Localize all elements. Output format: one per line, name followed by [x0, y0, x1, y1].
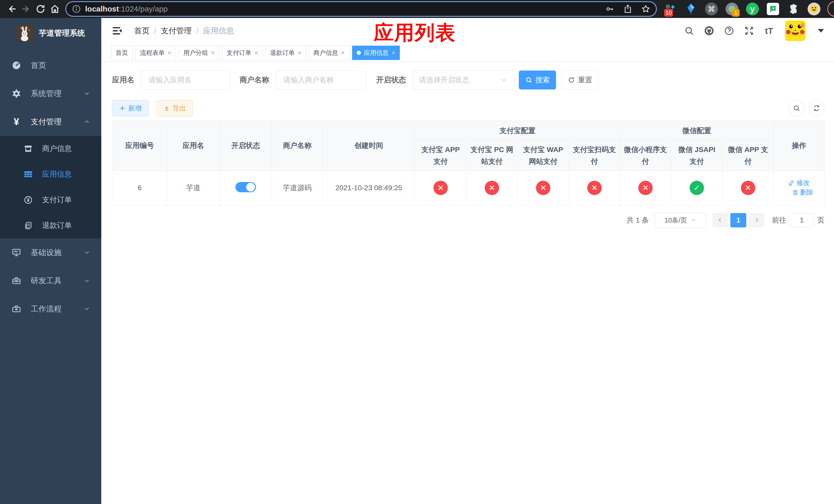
sidebar-item-home[interactable]: 首页 — [0, 51, 101, 79]
header-search-button[interactable] — [683, 25, 695, 37]
sidebar-item-system[interactable]: 系统管理 — [0, 79, 101, 108]
command-glyph-icon: ⌘ — [705, 3, 718, 15]
extensions-puzzle-icon[interactable] — [787, 2, 800, 16]
sidebar-item-payment[interactable]: ¥ 支付管理 — [0, 108, 101, 136]
sidebar-item-app-info[interactable]: 应用信息 — [0, 161, 101, 187]
trash-icon — [792, 189, 798, 196]
goto-page-input[interactable] — [790, 213, 814, 227]
font-size-button[interactable]: tT — [764, 25, 775, 37]
browser-update-button[interactable]: 更新 — [827, 1, 834, 17]
extension-chat-icon[interactable] — [766, 2, 780, 16]
extension-emoji-icon[interactable] — [807, 2, 821, 16]
cell-app-id: 6 — [112, 171, 167, 205]
page-number-1[interactable]: 1 — [730, 213, 746, 227]
close-icon[interactable]: × — [298, 49, 301, 56]
tab-user-group[interactable]: 用户分组× — [179, 46, 219, 60]
page-size-select[interactable]: 10条/页 — [655, 212, 706, 228]
total-count: 共 1 条 — [627, 215, 649, 225]
site-info-icon[interactable] — [72, 4, 81, 14]
close-icon[interactable]: × — [168, 49, 171, 56]
app-title: 芋道管理系统 — [39, 28, 85, 39]
merchant-name-input[interactable] — [276, 70, 367, 90]
help-button[interactable] — [723, 25, 735, 37]
col-header-alipay-qr: 支付宝扫码支付 — [569, 141, 620, 171]
cell-status — [220, 171, 272, 205]
toggle-search-button[interactable] — [789, 100, 805, 116]
breadcrumb-separator: / — [154, 26, 156, 35]
grid-icon — [23, 170, 34, 179]
sidebar-item-refund-orders[interactable]: 退款订单 — [0, 213, 101, 238]
add-button[interactable]: 新增 — [112, 100, 149, 116]
url-bar[interactable]: localhost:1024/pay/app — [66, 2, 656, 16]
password-key-icon[interactable] — [605, 4, 614, 14]
refresh-table-button[interactable] — [809, 100, 825, 116]
avatar-pikachu-image — [785, 21, 806, 41]
export-button[interactable]: 导出 — [156, 100, 193, 116]
chevron-down-icon — [501, 77, 507, 83]
browser-forward-button[interactable] — [19, 2, 33, 16]
sidebar-item-pay-orders[interactable]: 支付订单 — [0, 187, 101, 213]
extension-y-icon[interactable]: y — [746, 2, 759, 16]
app-name-input[interactable] — [141, 70, 230, 90]
apps-table: 应用编号 应用名 开启状态 商户名称 创建时间 支付宝配置 微信配置 操作 支付… — [112, 120, 825, 205]
sidebar-item-merchant-info[interactable]: 商户信息 — [0, 136, 101, 161]
sidebar: 芋道管理系统 首页 系统管理 ¥ 支付管理 — [0, 18, 101, 504]
sidebar-item-dev-tools[interactable]: 研发工具 — [0, 267, 101, 295]
tab-merchant-info[interactable]: 商户信息× — [309, 46, 349, 60]
sidebar-item-infra[interactable]: 基础设施 — [0, 238, 101, 267]
col-header-alipay-wap: 支付宝 WAP 网站支付 — [518, 141, 569, 171]
sidebar-item-workflow[interactable]: 工作流程 — [0, 295, 101, 323]
tab-home[interactable]: 首页 — [111, 46, 133, 60]
browser-back-button[interactable] — [5, 2, 19, 16]
refresh-icon — [568, 76, 575, 84]
bookmark-star-icon[interactable] — [641, 4, 650, 14]
breadcrumb-payment[interactable]: 支付管理 — [161, 26, 192, 36]
close-icon[interactable]: × — [392, 49, 395, 56]
close-icon[interactable]: × — [255, 49, 258, 56]
sidebar-item-label: 研发工具 — [31, 276, 62, 286]
extension-kite-icon[interactable] — [684, 2, 698, 16]
merchant-name-label: 商户名称 — [240, 75, 269, 85]
enabled-toggle[interactable] — [236, 182, 256, 192]
tab-refund-orders[interactable]: 退款订单× — [265, 46, 306, 60]
status-select[interactable]: 请选择开启状态 — [413, 70, 514, 90]
user-avatar[interactable] — [785, 21, 806, 41]
col-header-actions: 操作 — [774, 121, 825, 171]
search-button[interactable]: 搜索 — [519, 70, 556, 90]
goto-page: 前往 页 — [772, 213, 825, 227]
prev-page-button[interactable] — [712, 213, 728, 227]
col-header-app-id: 应用编号 — [112, 121, 167, 171]
top-navbar: 首页 / 支付管理 / 应用信息 应用列表 — [101, 18, 834, 44]
table-row: 6 芋道 芋道源码 2021-10-23 08:49:25 ✕ ✕ ✕ ✕ ✕ … — [112, 171, 825, 205]
extension-status-dot-icon[interactable]: 1 — [725, 2, 739, 16]
delete-link[interactable]: 删除 — [792, 188, 813, 197]
browser-home-button[interactable] — [48, 2, 62, 16]
yen-circle-icon — [23, 196, 34, 205]
next-page-button[interactable] — [749, 213, 764, 227]
breadcrumb-home[interactable]: 首页 — [134, 26, 150, 36]
status-icon: ✕ — [536, 181, 550, 195]
tab-process-form[interactable]: 流程表单× — [135, 46, 176, 60]
gear-icon — [11, 88, 22, 99]
reset-button[interactable]: 重置 — [562, 70, 598, 90]
github-icon — [704, 25, 715, 36]
fullscreen-button[interactable] — [744, 25, 755, 37]
sidebar-collapse-button[interactable] — [109, 23, 126, 39]
status-icon: ✕ — [741, 181, 755, 195]
avatar-dropdown-caret-icon[interactable] — [818, 29, 824, 32]
chevron-down-icon — [83, 305, 90, 313]
breadcrumb-separator: / — [196, 26, 198, 35]
tab-pay-orders[interactable]: 支付订单× — [222, 46, 263, 60]
browser-reload-button[interactable] — [33, 2, 48, 16]
app-logo-row[interactable]: 芋道管理系统 — [0, 18, 101, 47]
extension-command-icon[interactable]: ⌘ — [705, 2, 718, 16]
extensions-area: 10 ⌘ 1 y — [664, 2, 821, 16]
close-icon[interactable]: × — [341, 49, 345, 56]
share-icon[interactable] — [623, 4, 632, 14]
github-link-button[interactable] — [703, 25, 715, 37]
edit-link[interactable]: 修改 — [788, 178, 810, 187]
extension-tiles-icon[interactable]: 10 — [664, 2, 677, 16]
question-circle-icon — [724, 26, 734, 36]
tab-app-info[interactable]: 应用信息× — [352, 46, 400, 60]
close-icon[interactable]: × — [211, 49, 215, 56]
